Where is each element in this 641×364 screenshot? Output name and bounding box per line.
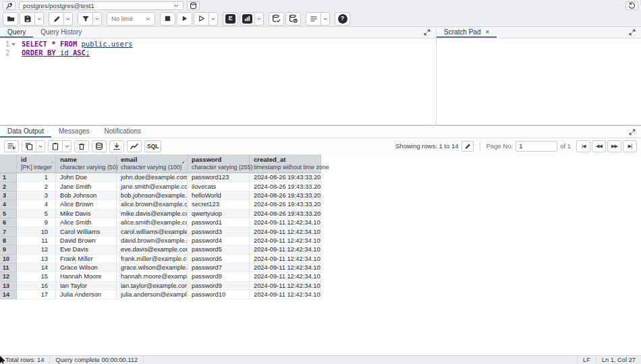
connection-status-icon[interactable]	[3, 1, 16, 10]
table-cell[interactable]: password7	[188, 264, 250, 272]
tab-data-output[interactable]: Data Output	[0, 126, 51, 138]
execute-dropdown[interactable]	[208, 12, 218, 26]
table-cell[interactable]: 2024-09-11 12:42:34.109114	[250, 282, 321, 291]
table-cell[interactable]: secret123	[188, 200, 250, 209]
table-cell[interactable]: alice.smith@example.com	[117, 218, 188, 227]
table-cell[interactable]: hannah.moore@example.com	[117, 272, 188, 281]
select-all-corner[interactable]	[0, 154, 17, 173]
table-cell[interactable]: 2024-08-26 19:43:33.204646	[250, 200, 321, 209]
save-dropdown[interactable]	[34, 12, 44, 26]
row-number[interactable]: 4	[0, 200, 17, 209]
table-cell[interactable]: 2024-09-11 12:42:34.109114	[250, 237, 321, 245]
table-cell[interactable]: 4	[17, 200, 56, 209]
column-header-created_at[interactable]: created_attimestamp without time zone	[250, 154, 321, 173]
table-cell[interactable]: 12	[17, 245, 56, 254]
edit-range-button[interactable]	[462, 141, 474, 152]
table-cell[interactable]: Bob Johnson	[56, 191, 117, 200]
scratch-pad[interactable]	[437, 38, 641, 125]
table-cell[interactable]: password10	[188, 291, 250, 299]
table-cell[interactable]: Alice Smith	[56, 218, 117, 227]
table-cell[interactable]: 17	[17, 291, 56, 299]
table-cell[interactable]: 2024-08-26 19:43:33.204646	[250, 210, 321, 218]
table-cell[interactable]: 9	[17, 218, 56, 227]
column-header-email[interactable]: emailcharacter varying (100)	[117, 154, 188, 173]
table-cell[interactable]: password5	[188, 245, 250, 254]
table-cell[interactable]: 2	[17, 182, 56, 191]
last-page-button[interactable]: ▶|	[623, 140, 637, 152]
edit-column-icon[interactable]	[52, 160, 53, 165]
commit-button[interactable]	[269, 12, 284, 26]
edit-column-icon[interactable]	[182, 160, 185, 165]
table-cell[interactable]: 2024-08-26 19:43:33.204646	[250, 173, 321, 182]
table-cell[interactable]: Alice Brown	[56, 200, 117, 209]
table-cell[interactable]: Carol Williams	[56, 227, 117, 236]
explain-analyze-button[interactable]	[240, 12, 255, 26]
table-cell[interactable]: 1	[17, 173, 56, 182]
table-cell[interactable]: password4	[188, 237, 250, 245]
row-number[interactable]: 14	[0, 291, 17, 299]
tab-notifications[interactable]: Notifications	[97, 126, 148, 138]
table-cell[interactable]: Frank Miller	[56, 255, 117, 264]
explain-button[interactable]: E	[223, 12, 238, 26]
table-cell[interactable]: 3	[17, 191, 56, 200]
next-page-button[interactable]: ▶▶	[607, 140, 621, 152]
fold-caret-icon[interactable]	[11, 43, 16, 46]
table-cell[interactable]: qwertyuiop	[188, 210, 250, 218]
save-data-button[interactable]	[92, 140, 107, 152]
copy-dropdown[interactable]	[36, 140, 45, 152]
editor-expand-button[interactable]	[418, 27, 436, 38]
new-connection-button[interactable]	[187, 1, 200, 10]
edit-button[interactable]	[49, 12, 64, 26]
table-cell[interactable]: password9	[188, 282, 250, 291]
row-number[interactable]: 11	[0, 264, 17, 272]
table-cell[interactable]: eve.davis@example.com	[117, 245, 188, 254]
tab-query[interactable]: Query	[0, 27, 33, 38]
row-number[interactable]: 3	[0, 191, 17, 200]
table-cell[interactable]: password3	[188, 227, 250, 236]
table-cell[interactable]: ian.taylor@example.com	[117, 282, 188, 291]
row-number[interactable]: 8	[0, 237, 17, 245]
table-cell[interactable]: grace.wilson@example.com	[117, 264, 188, 272]
filter-button[interactable]	[78, 12, 93, 26]
column-header-name[interactable]: namecharacter varying (50)	[56, 154, 117, 173]
table-cell[interactable]: jane.smith@example.com	[117, 182, 188, 191]
table-cell[interactable]: 2024-09-11 12:42:34.109114	[250, 272, 321, 281]
table-cell[interactable]: 10	[17, 227, 56, 236]
table-cell[interactable]: helloWorld	[188, 191, 250, 200]
macros-dropdown[interactable]	[320, 12, 330, 26]
page-input[interactable]	[515, 141, 557, 152]
eol-indicator[interactable]: LF	[577, 356, 596, 364]
paste-button[interactable]	[48, 140, 63, 152]
row-number[interactable]: 12	[0, 272, 17, 281]
edit-dropdown[interactable]	[63, 12, 73, 26]
table-cell[interactable]: bob.johnson@example.com	[117, 191, 188, 200]
table-cell[interactable]: Ian Taylor	[56, 282, 117, 291]
table-cell[interactable]: 2024-09-11 12:42:34.109114	[250, 255, 321, 264]
table-cell[interactable]: password1	[188, 218, 250, 227]
execute-options-button[interactable]	[194, 12, 209, 26]
tab-query-history[interactable]: Query History	[33, 27, 89, 38]
table-cell[interactable]: Jane Smith	[56, 182, 117, 191]
rollback-button[interactable]	[285, 12, 301, 26]
explain-dropdown[interactable]	[254, 12, 264, 26]
table-cell[interactable]: mike.davis@example.com	[117, 210, 188, 218]
table-cell[interactable]: 2024-09-11 12:42:34.109114	[250, 291, 321, 299]
row-number[interactable]: 5	[0, 210, 17, 218]
execute-button[interactable]	[177, 12, 192, 26]
open-file-button[interactable]	[3, 12, 18, 26]
table-cell[interactable]: password8	[188, 272, 250, 281]
connection-selector[interactable]: postgres/postgres@test1	[19, 1, 184, 10]
scratch-pad-expand-button[interactable]	[623, 27, 641, 38]
table-cell[interactable]: Julia Anderson	[56, 291, 117, 299]
first-page-button[interactable]: |◀	[576, 140, 590, 152]
row-number[interactable]: 13	[0, 282, 17, 291]
editor-line[interactable]: 1SELECT * FROM public.users	[0, 40, 436, 49]
add-row-button[interactable]	[4, 140, 19, 152]
filter-dropdown[interactable]	[92, 12, 102, 26]
table-cell[interactable]: Hannah Moore	[56, 272, 117, 281]
column-header-id[interactable]: id[PK] integer	[17, 154, 56, 173]
table-cell[interactable]: Eve Davis	[56, 245, 117, 254]
paste-dropdown[interactable]	[62, 140, 72, 152]
limit-select[interactable]: No limit	[107, 12, 155, 26]
table-cell[interactable]: 14	[17, 264, 56, 272]
